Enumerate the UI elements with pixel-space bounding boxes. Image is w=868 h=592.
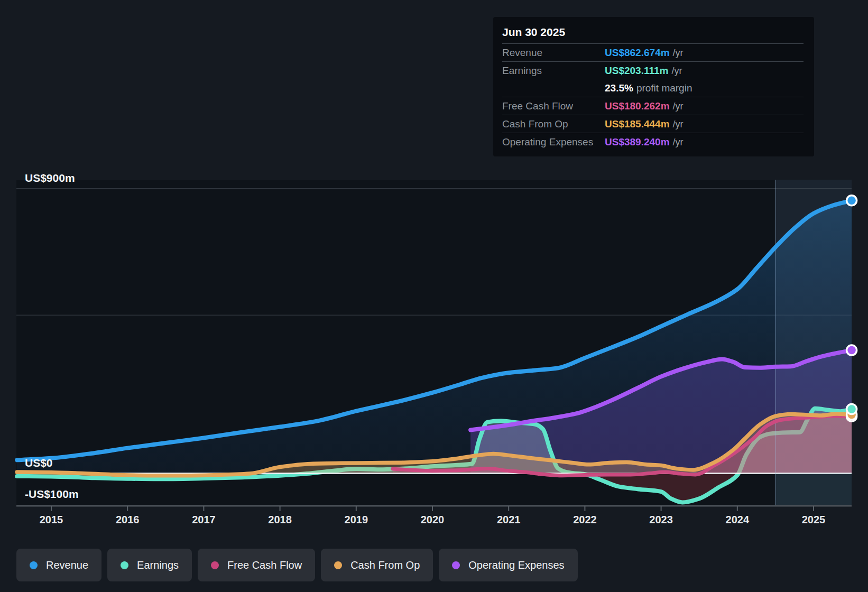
tooltip-unit: /yr	[671, 66, 682, 76]
operating-expenses-end-marker	[847, 345, 857, 355]
x-axis-label: 2020	[421, 514, 445, 526]
tooltip-row-operating-expenses: Operating Expenses US$389.240m/yr	[502, 133, 804, 151]
x-axis-label: 2025	[802, 514, 826, 526]
tooltip-row-revenue: Revenue US$862.674m/yr	[502, 43, 804, 61]
tooltip-date: Jun 30 2025	[502, 22, 804, 43]
tooltip-row-cash-from-op: Cash From Op US$185.444m/yr	[502, 115, 804, 133]
y-axis-label: -US$100m	[25, 488, 79, 501]
x-axis-label: 2021	[497, 514, 521, 526]
revenue-end-marker	[847, 196, 857, 206]
legend-label: Operating Expenses	[468, 559, 564, 571]
legend-label: Cash From Op	[350, 559, 420, 571]
x-axis-label: 2015	[40, 514, 63, 526]
legend-chip-earnings[interactable]: Earnings	[107, 549, 192, 581]
tooltip-panel: Jun 30 2025 Revenue US$862.674m/yr Earni…	[493, 17, 814, 156]
tooltip-row-profit-margin: 23.5%profit margin	[502, 79, 804, 97]
tooltip-value-cash-from-op: US$185.444m	[605, 118, 670, 130]
operating-expenses-dot-icon	[452, 561, 460, 569]
legend-label: Revenue	[46, 559, 88, 571]
x-axis-label: 2019	[345, 514, 368, 526]
tooltip-unit: /yr	[673, 101, 684, 112]
free-cash-flow-dot-icon	[211, 561, 219, 569]
tooltip-label: Free Cash Flow	[502, 100, 605, 112]
x-axis-label: 2023	[649, 514, 673, 526]
y-axis-label: US$0	[25, 457, 53, 469]
tooltip-value-earnings: US$203.111m	[605, 65, 668, 76]
legend: Revenue Earnings Free Cash Flow Cash Fro…	[16, 549, 578, 581]
highlight-band-overlay	[775, 180, 852, 506]
x-axis-label: 2018	[268, 514, 292, 526]
legend-chip-operating-expenses[interactable]: Operating Expenses	[439, 549, 577, 581]
legend-chip-cash-from-op[interactable]: Cash From Op	[321, 549, 433, 581]
x-axis-label: 2017	[192, 514, 216, 526]
tooltip-value-revenue: US$862.674m	[605, 47, 670, 58]
tooltip-label: Revenue	[502, 47, 605, 59]
earnings-dot-icon	[121, 561, 128, 569]
legend-label: Earnings	[137, 559, 179, 571]
tooltip-label: Cash From Op	[502, 118, 605, 130]
tooltip-unit: /yr	[673, 48, 684, 58]
profit-margin-text: profit margin	[636, 82, 692, 94]
profit-margin-value: 23.5%	[605, 82, 633, 94]
legend-label: Free Cash Flow	[227, 559, 302, 571]
earnings-end-marker	[847, 404, 857, 414]
x-axis-label: 2016	[116, 514, 140, 526]
cash-from-op-dot-icon	[334, 561, 342, 569]
tooltip-unit: /yr	[673, 119, 684, 130]
x-axis-label: 2024	[726, 514, 750, 526]
revenue-dot-icon	[30, 561, 38, 569]
tooltip-label: Earnings	[502, 65, 605, 77]
tooltip-value-operating-expenses: US$389.240m	[605, 136, 670, 147]
tooltip-row-earnings: Earnings US$203.111m/yr	[502, 61, 804, 79]
tooltip-value-free-cash-flow: US$180.262m	[605, 100, 670, 112]
tooltip-unit: /yr	[673, 137, 684, 147]
tooltip-label: Operating Expenses	[502, 136, 605, 148]
tooltip-row-free-cash-flow: Free Cash Flow US$180.262m/yr	[502, 97, 804, 115]
earnings-revenue-chart-page: US$900mUS$0-US$100m 20152016201720182019…	[0, 0, 868, 592]
legend-chip-revenue[interactable]: Revenue	[16, 549, 101, 581]
legend-chip-free-cash-flow[interactable]: Free Cash Flow	[198, 549, 315, 581]
highlight-band-below-zero	[775, 474, 852, 506]
y-axis-label: US$900m	[25, 172, 75, 184]
x-axis-label: 2022	[573, 514, 597, 526]
